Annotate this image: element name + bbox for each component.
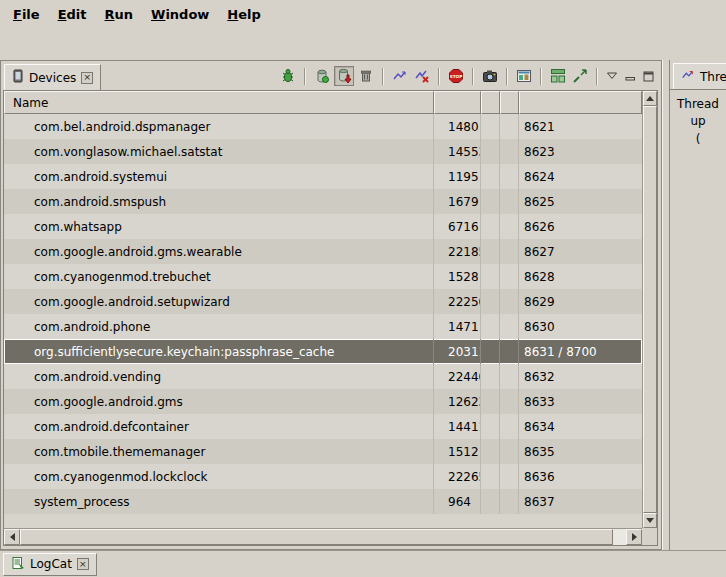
table-row[interactable]: com.tmobile.thememanager 1512 8635 [4,439,642,464]
menu-run[interactable]: Run [96,2,143,26]
tab-logcat-label: LogCat [30,557,72,571]
view-menu-icon[interactable] [604,66,620,86]
hierarchy-view-icon[interactable] [548,66,568,86]
threads-panel: Threads Thread up ( [669,60,726,550]
cell-name: com.android.vending [4,364,434,389]
vertical-scroll-thumb[interactable] [643,106,657,513]
minimize-icon[interactable] [622,66,638,86]
scroll-up-button[interactable] [643,91,657,106]
column-header-port[interactable] [519,91,642,114]
cell-name: com.google.android.gms [4,389,434,414]
cell-b [500,464,519,489]
stop-method-profiling-icon[interactable] [412,66,432,86]
main-area: Devices × [0,60,726,550]
cell-port: 8623 [519,139,642,164]
cell-b [500,264,519,289]
cell-pid: 1528 [434,264,481,289]
tab-threads-label: Threads [700,70,726,84]
toolbar-separator [438,68,440,85]
cell-name: com.android.smspush [4,189,434,214]
cell-a [481,314,500,339]
table-row[interactable]: com.google.android.setupwizard 22250 862… [4,289,642,314]
cell-pid: 1195 [434,164,481,189]
menu-window[interactable]: Window [142,2,218,26]
cell-name: system_process [4,489,434,514]
column-header-name[interactable]: Name [4,91,434,114]
cell-a [481,189,500,214]
arrow-up-icon [646,96,654,101]
toolbar-separator [506,68,508,85]
threads-panel-header: Threads [670,60,726,89]
table-row[interactable]: com.android.phone 1471 8630 [4,314,642,339]
cell-a [481,339,500,364]
tab-logcat[interactable]: LogCat × [3,553,97,576]
cell-b [500,289,519,314]
dump-hprof-icon[interactable] [334,66,354,86]
cell-a [481,489,500,514]
table-row[interactable]: com.vonglasow.michael.satstat 14553 8623 [4,139,642,164]
close-icon[interactable]: × [81,72,93,84]
menu-file[interactable]: File [4,2,49,26]
pixel-perfect-icon[interactable] [570,66,590,86]
table-row[interactable]: system_process 964 8637 [4,489,642,514]
cell-pid: 14411 [434,414,481,439]
cell-port: 8636 [519,464,642,489]
table-row[interactable]: com.android.systemui 1195 8624 [4,164,642,189]
horizontal-scroll-thumb[interactable] [20,529,613,545]
devices-panel: Devices × [0,60,662,550]
scroll-left-button[interactable] [4,529,20,545]
vertical-scrollbar[interactable] [642,91,657,528]
table-row[interactable]: com.android.defcontainer 14411 8634 [4,414,642,439]
device-icon [12,69,24,86]
table-row[interactable]: com.android.vending 22440 8632 [4,364,642,389]
table-row[interactable]: org.sufficientlysecure.keychain:passphra… [4,339,642,364]
table-row[interactable]: com.android.smspush 1679 8625 [4,189,642,214]
cause-gc-icon[interactable] [356,66,376,86]
cell-name: com.google.android.gms.wearable [4,239,434,264]
cell-a [481,139,500,164]
cell-name: com.android.defcontainer [4,414,434,439]
table-row[interactable]: com.cyanogenmod.trebuchet 1528 8628 [4,264,642,289]
table-row[interactable]: com.google.android.gms.wearable 22185 86… [4,239,642,264]
system-report-icon[interactable] [514,66,534,86]
cell-pid: 20311 [434,339,481,364]
cell-port: 8621 [519,114,642,139]
cell-b [500,164,519,189]
update-threads-icon[interactable] [390,66,410,86]
stop-process-icon[interactable]: STOP [446,66,466,86]
cell-name: com.android.systemui [4,164,434,189]
toolbar-separator [540,68,542,85]
maximize-icon[interactable] [640,66,656,86]
scroll-right-button[interactable] [626,529,642,545]
table-row[interactable]: com.bel.android.dspmanager 1480 8621 [4,114,642,139]
cell-a [481,114,500,139]
cell-port: 8628 [519,264,642,289]
cell-pid: 22440 [434,364,481,389]
panel-splitter[interactable] [662,60,669,550]
menu-help[interactable]: Help [218,2,269,26]
devices-toolbar: STOP [278,66,661,90]
cell-b [500,389,519,414]
debug-process-icon[interactable] [278,66,298,86]
cell-a [481,289,500,314]
column-header-b[interactable] [500,91,519,114]
screen-capture-icon[interactable] [480,66,500,86]
cell-a [481,464,500,489]
update-heap-icon[interactable] [312,66,332,86]
arrow-down-icon [646,518,654,523]
table-row[interactable]: com.google.android.gms 12623 8633 [4,389,642,414]
tab-threads[interactable]: Threads [673,63,726,89]
tab-devices[interactable]: Devices × [4,64,101,90]
table-row[interactable]: com.whatsapp 6716 8626 [4,214,642,239]
cell-pid: 1679 [434,189,481,214]
cell-a [481,164,500,189]
column-header-pid[interactable] [434,91,481,114]
close-icon[interactable]: × [77,558,89,570]
menu-edit[interactable]: Edit [49,2,96,26]
column-header-a[interactable] [481,91,500,114]
horizontal-scrollbar[interactable] [4,528,642,545]
scroll-down-button[interactable] [643,513,657,528]
logcat-icon [11,556,25,573]
threads-icon [681,68,695,85]
table-row[interactable]: com.cyanogenmod.lockclock 22265 8636 [4,464,642,489]
